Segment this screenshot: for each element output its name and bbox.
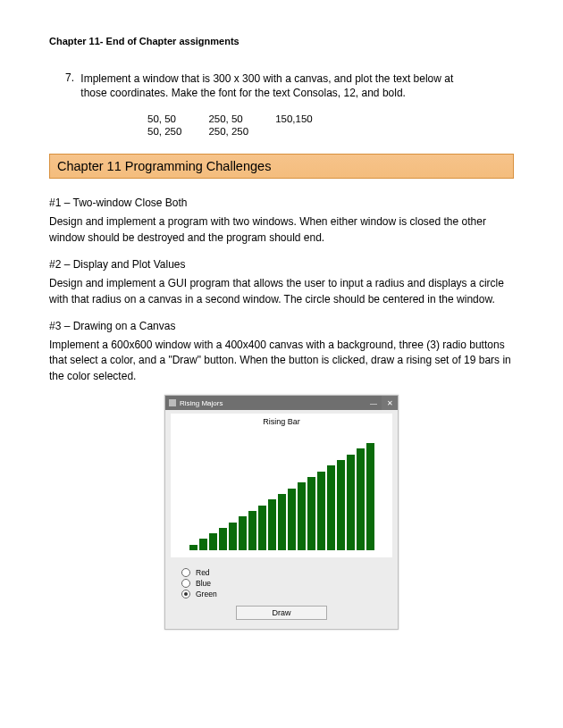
question-number: 7.: [65, 71, 78, 84]
challenge-1-body: Design and implement a program with two …: [49, 214, 514, 246]
radio-label: Blue: [196, 579, 211, 588]
challenge-2-title: #2 – Display and Plot Values: [49, 258, 514, 271]
gui-window: Rising Majors — ✕ Rising Bar Red Blue Gr…: [164, 395, 399, 630]
bar: [288, 489, 296, 550]
radio-label: Red: [196, 568, 210, 577]
coord-cell: 150,150: [275, 113, 340, 125]
challenge-1-title: #1 – Two-window Close Both: [49, 197, 514, 209]
coord-cell: [275, 125, 340, 138]
challenge-3-body: Implement a 600x600 window with a 400x40…: [49, 338, 514, 384]
coordinates-table: 50, 50 250, 50 150,150 50, 250 250, 250: [147, 113, 340, 138]
bar: [229, 523, 237, 551]
canvas-title: Rising Bar: [171, 417, 392, 426]
table-row: 50, 50 250, 50 150,150: [147, 113, 340, 125]
bar: [248, 511, 256, 550]
bar: [209, 533, 217, 550]
controls-panel: Red Blue Green Draw: [165, 561, 398, 629]
titlebar: Rising Majors — ✕: [165, 396, 398, 410]
bar: [357, 448, 365, 550]
radio-red[interactable]: Red: [181, 568, 382, 577]
bar: [189, 545, 197, 550]
section-heading: Chapter 11 Programming Challenges: [49, 154, 514, 179]
close-button[interactable]: ✕: [382, 396, 398, 410]
radio-icon: [181, 568, 190, 577]
bar: [239, 516, 247, 550]
radio-blue[interactable]: Blue: [181, 579, 382, 588]
bar: [307, 477, 315, 550]
app-icon: [169, 399, 176, 406]
bar: [278, 494, 286, 550]
canvas: Rising Bar: [171, 414, 392, 557]
radio-icon: [181, 579, 190, 588]
challenge-3-title: #3 – Drawing on a Canvas: [49, 320, 514, 332]
radio-icon: [181, 590, 190, 598]
challenge-2-body: Design and implement a GUI program that …: [49, 276, 514, 307]
bar: [366, 443, 374, 550]
question-text: Implement a window that is 300 x 300 wit…: [80, 71, 465, 100]
radio-green[interactable]: Green: [181, 590, 382, 598]
window-title: Rising Majors: [180, 399, 366, 407]
bar: [268, 499, 276, 550]
bar: [347, 455, 355, 550]
bar: [199, 539, 207, 550]
bar: [219, 528, 227, 550]
coord-cell: 250, 250: [208, 125, 275, 138]
bar: [298, 482, 306, 550]
bar: [327, 465, 335, 550]
bar: [258, 506, 266, 551]
coord-cell: 50, 250: [147, 125, 208, 138]
minimize-button[interactable]: —: [366, 396, 382, 410]
bar: [317, 472, 325, 550]
coord-cell: 50, 50: [147, 113, 208, 125]
radio-label: Green: [196, 590, 217, 598]
draw-button[interactable]: Draw: [236, 606, 327, 620]
question-7: 7. Implement a window that is 300 x 300 …: [65, 71, 514, 100]
coord-cell: 250, 50: [208, 113, 275, 125]
table-row: 50, 250 250, 250: [147, 125, 340, 138]
bar: [337, 460, 345, 550]
bar-chart: [171, 430, 392, 550]
page-header: Chapter 11- End of Chapter assignments: [49, 36, 514, 46]
